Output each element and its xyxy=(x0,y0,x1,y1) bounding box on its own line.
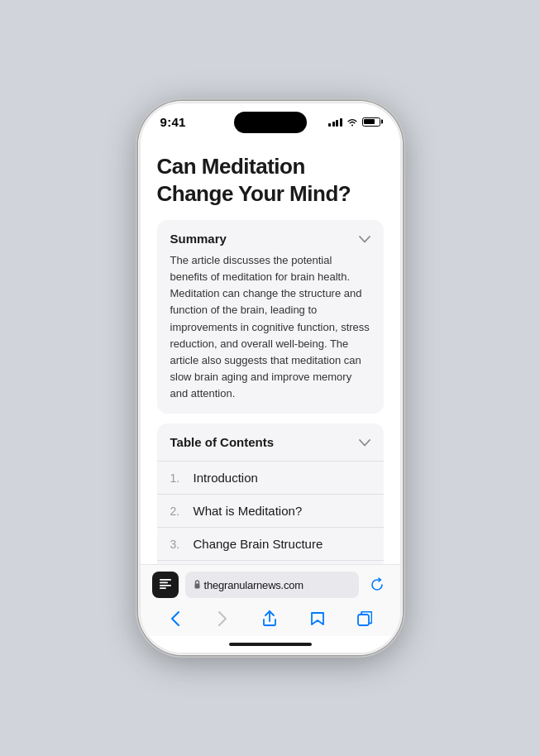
tabs-button[interactable] xyxy=(350,606,380,631)
svg-rect-2 xyxy=(160,585,171,586)
content-area[interactable]: Can Meditation Change Your Mind? Summary… xyxy=(141,140,400,564)
reader-icon xyxy=(159,578,172,592)
toc-number-2: 2. xyxy=(170,505,189,518)
forward-button[interactable] xyxy=(208,606,237,631)
refresh-button[interactable] xyxy=(366,573,389,596)
back-button[interactable] xyxy=(160,606,190,631)
signal-bar-3 xyxy=(336,120,338,127)
toc-chevron-icon[interactable] xyxy=(359,436,370,449)
toc-item-2[interactable]: 2. What is Meditation? xyxy=(157,494,384,527)
toc-label-3: Change Brain Structure xyxy=(194,537,323,551)
navigation-row xyxy=(152,605,389,633)
toc-title: Table of Contents xyxy=(170,435,275,449)
url-text: thegranularnews.com xyxy=(204,579,304,591)
bottom-bar: thegranularnews.com xyxy=(141,564,400,636)
svg-rect-5 xyxy=(358,615,369,625)
svg-rect-0 xyxy=(160,579,171,581)
url-row: thegranularnews.com xyxy=(152,572,389,598)
toc-header: Table of Contents xyxy=(157,423,384,461)
toc-card: Table of Contents 1. Introduction 2. Wha… xyxy=(157,423,384,564)
status-bar: 9:41 xyxy=(141,103,400,140)
signal-bar-1 xyxy=(328,123,331,127)
signal-bar-2 xyxy=(332,122,335,127)
svg-rect-3 xyxy=(160,587,166,589)
svg-rect-4 xyxy=(194,583,199,588)
summary-card: Summary The article discusses the potent… xyxy=(157,220,384,414)
home-bar xyxy=(229,643,312,646)
phone-frame: 9:41 xyxy=(138,101,403,655)
bookmarks-button[interactable] xyxy=(303,606,332,631)
signal-icon xyxy=(328,117,342,127)
toc-label-1: Introduction xyxy=(194,471,258,485)
home-indicator xyxy=(141,636,400,653)
summary-header: Summary xyxy=(170,232,370,246)
toc-label-2: What is Meditation? xyxy=(194,504,303,518)
article-title: Can Meditation Change Your Mind? xyxy=(157,153,384,207)
summary-title: Summary xyxy=(170,232,227,246)
summary-chevron-icon[interactable] xyxy=(359,232,370,246)
toc-item-1[interactable]: 1. Introduction xyxy=(157,461,384,494)
url-pill[interactable]: thegranularnews.com xyxy=(185,572,359,598)
lock-icon xyxy=(194,580,201,591)
status-time: 9:41 xyxy=(160,115,186,129)
wifi-icon xyxy=(346,117,358,127)
status-icons xyxy=(328,117,380,127)
reader-button[interactable] xyxy=(152,572,179,598)
summary-body: The article discusses the potential bene… xyxy=(170,252,370,402)
phone-screen: 9:41 xyxy=(141,103,400,653)
dynamic-island xyxy=(234,112,307,133)
toc-number-1: 1. xyxy=(170,471,189,485)
toc-item-3[interactable]: 3. Change Brain Structure xyxy=(157,527,384,560)
toc-number-3: 3. xyxy=(170,538,189,551)
signal-bar-4 xyxy=(340,118,342,127)
svg-rect-1 xyxy=(160,581,168,583)
share-button[interactable] xyxy=(255,606,284,631)
battery-icon xyxy=(362,117,380,127)
